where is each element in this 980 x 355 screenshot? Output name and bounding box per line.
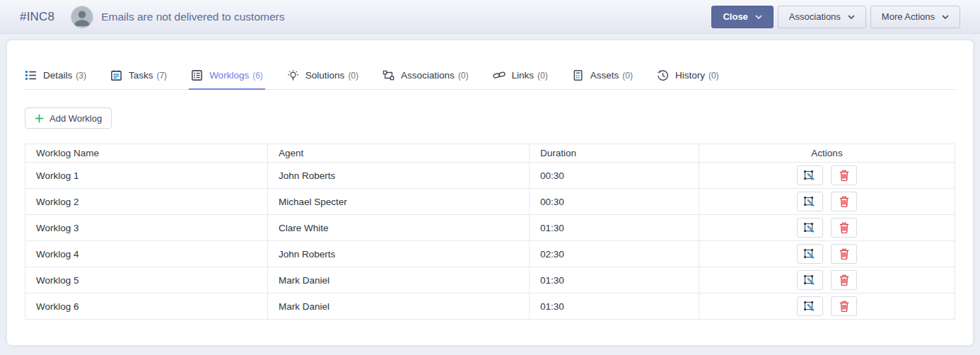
solutions-icon: [287, 69, 299, 81]
delete-worklog-button[interactable]: [831, 244, 857, 264]
tab-assets-label: Assets: [590, 70, 619, 81]
column-header-worklog-name: Worklog Name: [25, 144, 268, 163]
tab-details-label: Details: [43, 70, 72, 81]
tab-details-count: (3): [76, 71, 86, 81]
tab-details[interactable]: Details (3): [25, 62, 86, 89]
actions-cell: [699, 267, 955, 293]
worklogs-icon: [191, 69, 203, 81]
tab-worklogs-label: Worklogs: [209, 70, 249, 81]
tab-worklogs[interactable]: Worklogs (6): [191, 62, 263, 89]
duration-cell: 01:30: [530, 215, 699, 241]
worklogs-table: Worklog Name Agent Duration Actions Work…: [25, 144, 955, 320]
edit-worklog-button[interactable]: [797, 270, 823, 290]
table-header-row: Worklog Name Agent Duration Actions: [25, 144, 955, 163]
delete-worklog-button[interactable]: [831, 165, 857, 185]
delete-icon: [839, 170, 849, 181]
table-row: Worklog 6 Mark Daniel 01:30: [25, 293, 955, 320]
edit-worklog-button[interactable]: [797, 244, 823, 264]
incident-title: Emails are not delivered to customers: [101, 11, 284, 23]
tab-worklogs-count: (6): [252, 71, 263, 81]
delete-worklog-button[interactable]: [831, 218, 857, 238]
tab-tasks[interactable]: Tasks (7): [110, 62, 167, 89]
table-row: Worklog 1 John Roberts 00:30: [25, 163, 955, 189]
table-row: Worklog 2 Michael Specter 00:30: [25, 189, 955, 215]
delete-icon: [839, 301, 849, 312]
plus-icon: [35, 114, 44, 123]
column-header-actions: Actions: [699, 144, 955, 163]
tab-bar: Details (3) Tasks (7): [25, 62, 955, 90]
chevron-down-icon: [755, 15, 762, 19]
add-worklog-button[interactable]: Add Worklog: [25, 107, 112, 129]
chevron-down-icon: [942, 15, 949, 19]
column-header-duration: Duration: [530, 144, 699, 163]
worklog-name-cell: Worklog 4: [25, 241, 268, 267]
delete-icon: [839, 222, 849, 233]
person-avatar-icon: [71, 6, 93, 28]
column-header-agent: Agent: [268, 144, 530, 163]
edit-icon: [803, 301, 816, 313]
table-row: Worklog 3 Clare White 01:30: [25, 215, 955, 241]
actions-cell: [699, 241, 955, 267]
worklog-name-cell: Worklog 2: [25, 189, 268, 215]
more-actions-button[interactable]: More Actions: [870, 6, 960, 28]
tab-assets[interactable]: Assets (0): [572, 62, 633, 89]
worklog-name-cell: Worklog 3: [25, 215, 268, 241]
edit-worklog-button[interactable]: [797, 296, 823, 316]
worklog-name-cell: Worklog 5: [25, 267, 268, 293]
delete-worklog-button[interactable]: [831, 270, 857, 290]
edit-icon: [803, 170, 816, 182]
table-row: Worklog 5 Mark Daniel 01:30: [25, 267, 955, 293]
associations-icon: [383, 69, 395, 81]
actions-cell: [699, 163, 955, 189]
edit-worklog-button[interactable]: [797, 218, 823, 238]
tab-links-count: (0): [537, 71, 548, 81]
tab-links[interactable]: Links (0): [493, 62, 548, 89]
tasks-icon: [110, 69, 122, 81]
incident-id: #INC8: [20, 10, 54, 24]
agent-cell: John Roberts: [268, 163, 530, 189]
tab-history-count: (0): [708, 71, 719, 81]
tab-solutions-count: (0): [348, 71, 358, 81]
delete-worklog-button[interactable]: [831, 296, 857, 316]
worklogs-table-body: Worklog 1 John Roberts 00:30: [25, 163, 955, 320]
worklog-name-cell: Worklog 6: [25, 293, 268, 320]
delete-worklog-button[interactable]: [831, 192, 857, 211]
actions-cell: [699, 215, 955, 241]
tab-associations-count: (0): [458, 71, 469, 81]
delete-icon: [839, 274, 849, 286]
more-actions-button-label: More Actions: [882, 11, 935, 22]
edit-worklog-button[interactable]: [797, 192, 823, 211]
duration-cell: 01:30: [530, 293, 699, 320]
worklog-name-cell: Worklog 1: [25, 163, 268, 189]
header-actions: Close Associations More Actions: [711, 6, 960, 28]
agent-cell: Michael Specter: [268, 189, 530, 215]
edit-worklog-button[interactable]: [797, 165, 823, 185]
agent-cell: Mark Daniel: [268, 293, 530, 320]
tab-tasks-label: Tasks: [129, 70, 153, 81]
incident-header-bar: #INC8 Emails are not delivered to custom…: [0, 0, 980, 34]
chevron-down-icon: [848, 15, 855, 19]
tab-associations[interactable]: Associations (0): [383, 62, 468, 89]
requester-avatar[interactable]: [71, 6, 93, 28]
edit-icon: [803, 274, 816, 286]
tab-solutions[interactable]: Solutions (0): [287, 62, 358, 89]
incident-summary: #INC8 Emails are not delivered to custom…: [20, 6, 285, 28]
delete-icon: [839, 248, 849, 260]
incident-detail-card: Details (3) Tasks (7): [7, 40, 973, 345]
links-icon: [493, 69, 506, 81]
duration-cell: 00:30: [530, 163, 699, 189]
edit-icon: [803, 248, 816, 260]
close-button[interactable]: Close: [711, 6, 773, 28]
tab-links-label: Links: [512, 70, 535, 81]
edit-icon: [803, 196, 816, 208]
tab-solutions-label: Solutions: [305, 70, 345, 81]
actions-cell: [699, 293, 955, 320]
tab-assets-count: (0): [622, 71, 633, 81]
actions-cell: [699, 189, 955, 215]
tab-tasks-count: (7): [156, 71, 167, 81]
add-worklog-label: Add Worklog: [49, 113, 102, 124]
agent-cell: Mark Daniel: [268, 267, 530, 293]
table-row: Worklog 4 John Roberts 02:30: [25, 241, 955, 267]
tab-history[interactable]: History (0): [657, 62, 719, 89]
associations-button[interactable]: Associations: [778, 6, 866, 28]
